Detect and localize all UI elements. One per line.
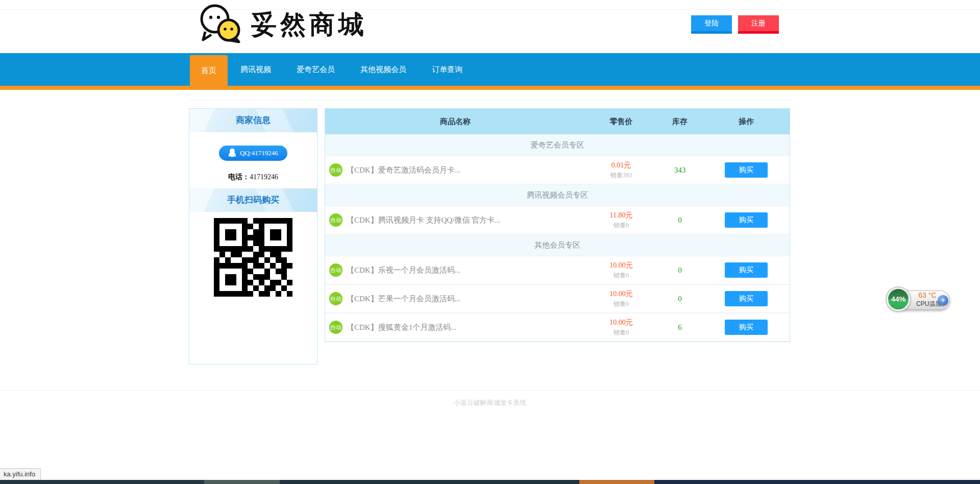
cpu-widget-texts: 63 °C CPU温度 (916, 291, 939, 308)
product-name: 【CDK】乐视一个月会员激活码... (347, 265, 460, 275)
product-sales: 销量0 (585, 328, 657, 337)
product-price: 0.01元 (585, 161, 657, 170)
nav-tab-tencent-video[interactable]: 腾讯视频 (228, 53, 284, 86)
product-name-cell: 自动 【CDK】搜狐黄金1个月激活码... (325, 321, 585, 334)
price-cell: 10.00元 销量0 (585, 318, 657, 337)
main-nav: 首页 腾讯视频 爱奇艺会员 其他视频会员 订单查询 (0, 53, 980, 90)
auth-buttons: 登陆 注册 (691, 15, 779, 34)
register-button[interactable]: 注册 (738, 15, 779, 34)
table-row: 自动 【CDK】乐视一个月会员激活码... 10.00元 销量0 0 购买 (325, 256, 790, 284)
product-sales: 销量393 (585, 171, 657, 180)
auto-delivery-badge: 自动 (329, 292, 342, 305)
price-cell: 10.00元 销量0 (585, 289, 657, 308)
table-row: 自动 【CDK】爱奇艺激活码会员月卡... 0.01元 销量393 343 购买 (325, 156, 790, 184)
product-name-cell: 自动 【CDK】芒果一个月会员激活码... (325, 292, 585, 305)
product-name: 【CDK】搜狐黄金1个月激活码... (347, 323, 456, 332)
qq-number: QQ:41719246 (240, 149, 278, 157)
nav-tab-iqiyi-vip[interactable]: 爱奇艺会员 (284, 53, 348, 86)
table-row: 自动 【CDK】芒果一个月会员激活码... 10.00元 销量0 0 购买 (325, 284, 790, 313)
column-header-retail-price: 零售价 (585, 117, 657, 127)
stock-count: 343 (657, 166, 703, 175)
qq-contact-button[interactable]: QQ:41719246 (219, 146, 287, 161)
phone-line: 电话：41719246 (189, 173, 317, 182)
stock-count: 0 (657, 266, 703, 275)
cpu-widget-expand-button[interactable]: + (938, 295, 948, 306)
merchant-info-header: 商家信息 (189, 109, 317, 132)
section-header-tencent: 腾讯视频会员专区 (325, 184, 790, 206)
product-name: 【CDK】芒果一个月会员激活码... (347, 294, 460, 304)
qr-panel-header: 手机扫码购买 (189, 188, 317, 212)
section-header-other: 其他会员专区 (325, 234, 790, 256)
nav-items: 首页 腾讯视频 爱奇艺会员 其他视频会员 订单查询 (190, 53, 475, 90)
product-sales: 销量0 (585, 300, 657, 308)
page-footer: 小遥云破解商城发卡系统 (0, 390, 980, 407)
price-cell: 0.01元 销量393 (585, 161, 657, 180)
taskbar-segment (579, 480, 654, 484)
section-header-iqiyi: 爱奇艺会员专区 (325, 134, 790, 156)
nav-accent-strip (0, 86, 980, 90)
product-price: 10.00元 (585, 318, 657, 327)
price-cell: 11.80元 销量0 (585, 211, 657, 230)
product-name-cell: 自动 【CDK】腾讯视频月卡 支持QQ/微信 官方卡... (325, 213, 585, 227)
cpu-monitor-widget[interactable]: 44% 63 °C CPU温度 + (887, 287, 951, 314)
buy-button[interactable]: 购买 (725, 291, 768, 306)
table-row: 自动 【CDK】腾讯视频月卡 支持QQ/微信 官方卡... 11.80元 销量0… (325, 206, 790, 234)
merchant-sidebar: 商家信息 QQ:41719246 电话：41719246 手机扫码购买 (189, 108, 317, 365)
taskbar-segment (280, 480, 579, 484)
browser-link-preview: ka.yifu.info (0, 468, 41, 480)
merchant-contact: QQ:41719246 电话：41719246 (189, 132, 317, 188)
product-name-cell: 自动 【CDK】爱奇艺激活码会员月卡... (325, 163, 585, 177)
nav-tab-other-video-vip[interactable]: 其他视频会员 (348, 53, 419, 86)
product-price: 10.00元 (585, 261, 657, 270)
buy-button[interactable]: 购买 (725, 262, 768, 278)
taskbar-sliver[interactable] (0, 480, 980, 484)
content-area: 商家信息 QQ:41719246 电话：41719246 手机扫码购买 (189, 100, 790, 365)
cpu-temperature: 63 °C (916, 291, 939, 300)
site-logo[interactable]: 妥然商城 (198, 2, 368, 47)
qr-code (214, 218, 292, 297)
product-price: 10.00元 (585, 289, 657, 299)
taskbar-segment (0, 480, 204, 484)
top-divider (0, 9, 980, 10)
column-header-action: 操作 (703, 117, 790, 127)
product-sales: 销量0 (585, 271, 657, 280)
stock-count: 6 (657, 323, 703, 332)
product-name: 【CDK】腾讯视频月卡 支持QQ/微信 官方卡... (347, 215, 500, 225)
nav-background (0, 53, 980, 86)
nav-tab-order-query[interactable]: 订单查询 (419, 53, 475, 86)
auto-delivery-badge: 自动 (329, 163, 342, 177)
price-cell: 10.00元 销量0 (585, 261, 657, 280)
table-row: 自动 【CDK】搜狐黄金1个月激活码... 10.00元 销量0 6 购买 (325, 313, 790, 342)
buy-button[interactable]: 购买 (725, 212, 768, 228)
product-sales: 销量0 (585, 221, 657, 230)
buy-button[interactable]: 购买 (725, 162, 768, 178)
column-header-product-name: 商品名称 (325, 117, 585, 127)
column-header-stock: 库存 (657, 117, 703, 127)
product-price: 11.80元 (585, 211, 657, 220)
site-title: 妥然商城 (251, 8, 368, 42)
stock-count: 0 (657, 295, 703, 303)
taskbar-segment (204, 480, 280, 484)
footer-text: 小遥云破解商城发卡系统 (454, 399, 527, 406)
qr-area (189, 212, 317, 364)
page-header: 妥然商城 登陆 注册 (0, 0, 980, 53)
qq-penguin-icon (228, 148, 236, 159)
product-name-cell: 自动 【CDK】乐视一个月会员激活码... (325, 263, 585, 277)
auto-delivery-badge: 自动 (329, 263, 342, 277)
stock-count: 0 (657, 216, 703, 225)
nav-tab-home[interactable]: 首页 (190, 55, 228, 90)
product-table: 商品名称 零售价 库存 操作 爱奇艺会员专区 自动 【CDK】爱奇艺激活码会员月… (325, 108, 790, 342)
product-name: 【CDK】爱奇艺激活码会员月卡... (347, 165, 460, 175)
phone-number: 41719246 (250, 173, 278, 181)
cpu-temperature-label: CPU温度 (916, 300, 939, 308)
buy-button[interactable]: 购买 (725, 320, 768, 335)
table-header-row: 商品名称 零售价 库存 操作 (325, 109, 790, 134)
chat-bubbles-icon (198, 2, 245, 47)
auto-delivery-badge: 自动 (329, 321, 342, 334)
cpu-usage-gauge: 44% (887, 287, 910, 311)
auto-delivery-badge: 自动 (329, 213, 342, 227)
phone-label: 电话： (228, 173, 250, 181)
taskbar-segment (654, 480, 980, 484)
login-button[interactable]: 登陆 (691, 15, 732, 34)
